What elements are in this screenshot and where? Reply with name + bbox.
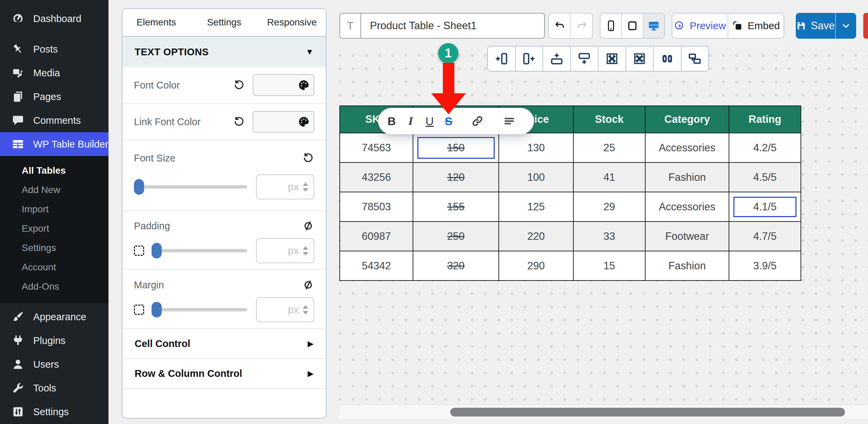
- unlink-icon[interactable]: [302, 220, 314, 232]
- unlink-icon[interactable]: [302, 279, 314, 291]
- cell-stock[interactable]: 29: [573, 192, 645, 221]
- sides-selector-icon[interactable]: [134, 246, 144, 256]
- tab-responsive[interactable]: Responsive: [258, 17, 326, 28]
- undo-button[interactable]: [549, 14, 571, 38]
- font-size-value-field[interactable]: [270, 181, 299, 193]
- mobile-preview-button[interactable]: [600, 14, 621, 38]
- preview-button[interactable]: Preview: [672, 14, 728, 38]
- sidebar-item-settings[interactable]: Settings: [0, 400, 108, 424]
- cell-old-price[interactable]: 250: [413, 221, 499, 251]
- row-column-control-section[interactable]: Row & Column Control ▶: [122, 359, 326, 388]
- padding-slider[interactable]: [152, 243, 247, 259]
- desktop-preview-button[interactable]: [643, 14, 664, 38]
- submenu-item-add-ons[interactable]: Add-Ons: [0, 277, 108, 296]
- tab-elements[interactable]: Elements: [122, 17, 190, 28]
- slider-thumb[interactable]: [134, 179, 144, 195]
- selected-cell-box[interactable]: 4.1/5: [733, 197, 796, 217]
- save-options-button[interactable]: [836, 13, 856, 39]
- link-button[interactable]: [471, 112, 484, 131]
- sides-selector-icon[interactable]: [134, 305, 144, 315]
- sidebar-item-comments[interactable]: Comments: [0, 109, 108, 132]
- underline-button[interactable]: U: [423, 112, 436, 131]
- margin-slider[interactable]: [152, 302, 247, 318]
- slider-thumb[interactable]: [152, 302, 162, 317]
- text-options-header[interactable]: TEXT OPTIONS ▼: [122, 37, 326, 67]
- sidebar-item-wp-table-builder[interactable]: WP Table Builder: [0, 132, 108, 156]
- horizontal-scrollbar[interactable]: [339, 404, 868, 419]
- cell-sku[interactable]: 60987: [340, 221, 413, 251]
- cell-price[interactable]: 100: [499, 162, 573, 192]
- cell-category[interactable]: Footwear: [645, 221, 729, 251]
- font-color-picker[interactable]: [253, 74, 314, 96]
- cell-rating-selected[interactable]: 4.1/5: [729, 192, 801, 221]
- cell-price[interactable]: 125: [499, 192, 573, 221]
- cell-sku[interactable]: 74563: [340, 133, 413, 162]
- insert-column-left-button[interactable]: [488, 46, 515, 71]
- submenu-item-add-new[interactable]: Add New: [0, 180, 108, 199]
- cell-category[interactable]: Accessories: [645, 133, 729, 162]
- cell-rating[interactable]: 3.9/5: [729, 251, 801, 281]
- cell-stock[interactable]: 33: [573, 221, 645, 251]
- cell-stock[interactable]: 25: [573, 133, 645, 162]
- sidebar-item-plugins[interactable]: Plugins: [0, 329, 108, 352]
- tablet-preview-button[interactable]: [621, 14, 643, 38]
- embed-button[interactable]: Embed: [728, 14, 784, 38]
- bold-button[interactable]: B: [385, 112, 398, 131]
- cell-old-price[interactable]: 120: [413, 162, 499, 192]
- sidebar-item-tools[interactable]: Tools: [0, 376, 108, 400]
- header-stock[interactable]: Stock: [573, 106, 645, 133]
- cell-sku[interactable]: 54342: [340, 251, 413, 281]
- cell-category[interactable]: Fashion: [645, 251, 729, 281]
- reset-icon[interactable]: [302, 152, 314, 164]
- sidebar-item-dashboard[interactable]: Dashboard: [0, 7, 108, 31]
- cell-rating[interactable]: 4.2/5: [729, 133, 801, 162]
- slider-thumb[interactable]: [152, 243, 162, 258]
- link-font-color-picker[interactable]: [253, 111, 314, 133]
- sidebar-item-users[interactable]: Users: [0, 352, 108, 376]
- cell-price[interactable]: 130: [499, 133, 573, 162]
- cell-price[interactable]: 290: [499, 251, 573, 281]
- header-category[interactable]: Category: [645, 106, 729, 133]
- stepper-arrows[interactable]: [303, 305, 308, 314]
- submenu-item-export[interactable]: Export: [0, 219, 108, 238]
- reset-icon[interactable]: [233, 79, 245, 91]
- cell-category[interactable]: Fashion: [645, 162, 729, 192]
- notice-button-clipped[interactable]: [863, 13, 868, 39]
- insert-column-right-button[interactable]: [515, 46, 543, 71]
- cell-stock[interactable]: 15: [573, 251, 645, 281]
- sidebar-item-posts[interactable]: Posts: [0, 37, 108, 61]
- table-title-input[interactable]: [361, 14, 544, 38]
- tab-settings[interactable]: Settings: [190, 17, 258, 28]
- font-size-slider[interactable]: [134, 179, 247, 195]
- padding-value-field[interactable]: [270, 245, 299, 256]
- split-cells-button[interactable]: [681, 46, 709, 71]
- cell-old-price-selected[interactable]: 150: [413, 133, 499, 162]
- submenu-item-import[interactable]: Import: [0, 199, 108, 219]
- cell-rating[interactable]: 4.7/5: [729, 221, 801, 251]
- scrollbar-thumb[interactable]: [450, 408, 845, 417]
- margin-value-field[interactable]: [270, 304, 299, 315]
- submenu-item-account[interactable]: Account: [0, 257, 108, 277]
- cell-rating[interactable]: 4.5/5: [729, 162, 801, 192]
- stepper-arrows[interactable]: [303, 182, 308, 192]
- submenu-item-settings[interactable]: Settings: [0, 238, 108, 257]
- cell-old-price[interactable]: 320: [413, 251, 499, 281]
- cell-old-price[interactable]: 155: [413, 192, 499, 221]
- cell-control-section[interactable]: Cell Control ▶: [122, 329, 326, 358]
- selected-cell-box[interactable]: 150: [417, 137, 495, 159]
- merge-cells-button[interactable]: [653, 46, 681, 71]
- delete-column-button[interactable]: [598, 46, 626, 71]
- sidebar-item-appearance[interactable]: Appearance: [0, 305, 108, 329]
- cell-sku[interactable]: 78503: [340, 192, 413, 221]
- header-rating[interactable]: Rating: [729, 106, 801, 133]
- reset-icon[interactable]: [233, 116, 245, 128]
- italic-button[interactable]: I: [404, 112, 417, 131]
- stepper-arrows[interactable]: [303, 246, 308, 255]
- delete-row-button[interactable]: [626, 46, 653, 71]
- cell-category[interactable]: Accessories: [645, 192, 729, 221]
- cell-sku[interactable]: 43256: [340, 162, 413, 192]
- strikethrough-button-active[interactable]: S: [442, 112, 455, 131]
- cell-stock[interactable]: 41: [573, 162, 645, 192]
- insert-row-above-button[interactable]: [542, 46, 570, 71]
- insert-row-below-button[interactable]: [570, 46, 598, 71]
